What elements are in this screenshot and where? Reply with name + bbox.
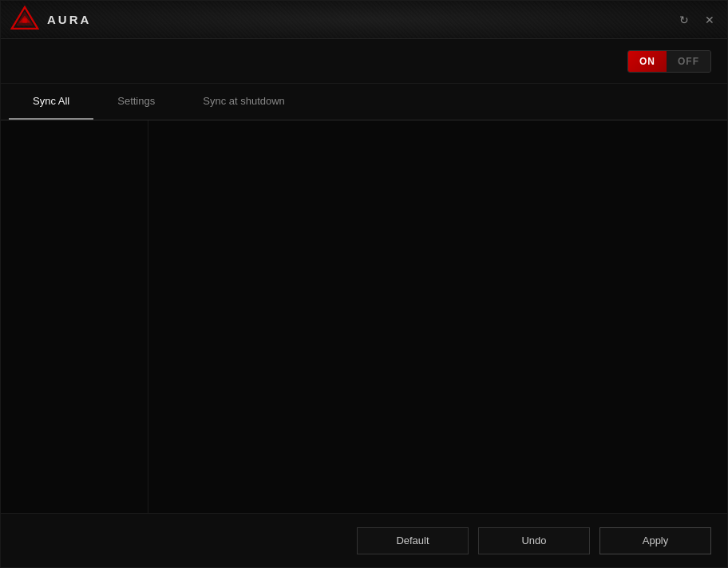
main-content xyxy=(1,120,727,513)
rog-logo-icon xyxy=(10,6,39,34)
undo-button[interactable]: Undo xyxy=(478,527,590,554)
tab-sync-at-shutdown[interactable]: Sync at shutdown xyxy=(179,84,309,120)
right-panel xyxy=(148,120,727,513)
logo-area: AURA xyxy=(10,6,91,34)
app-window: AURA ↻ ✕ ON OFF Sync All Settings Sync a… xyxy=(0,0,728,568)
close-button[interactable]: ✕ xyxy=(702,12,718,28)
left-panel xyxy=(1,120,148,513)
apply-button[interactable]: Apply xyxy=(599,527,711,554)
default-button[interactable]: Default xyxy=(357,527,469,554)
tab-sync-all[interactable]: Sync All xyxy=(9,84,93,120)
refresh-button[interactable]: ↻ xyxy=(676,12,692,28)
title-bar: AURA ↻ ✕ xyxy=(1,1,727,39)
power-toggle[interactable]: ON OFF xyxy=(627,50,711,73)
tabs-bar: Sync All Settings Sync at shutdown xyxy=(1,84,727,120)
app-title: AURA xyxy=(47,13,91,26)
toolbar: ON OFF xyxy=(1,39,727,84)
toggle-on-button[interactable]: ON xyxy=(628,51,667,72)
svg-rect-3 xyxy=(22,18,26,22)
toggle-off-button[interactable]: OFF xyxy=(667,51,710,72)
window-controls: ↻ ✕ xyxy=(676,12,718,28)
footer: Default Undo Apply xyxy=(1,513,727,567)
tab-settings[interactable]: Settings xyxy=(93,84,179,120)
